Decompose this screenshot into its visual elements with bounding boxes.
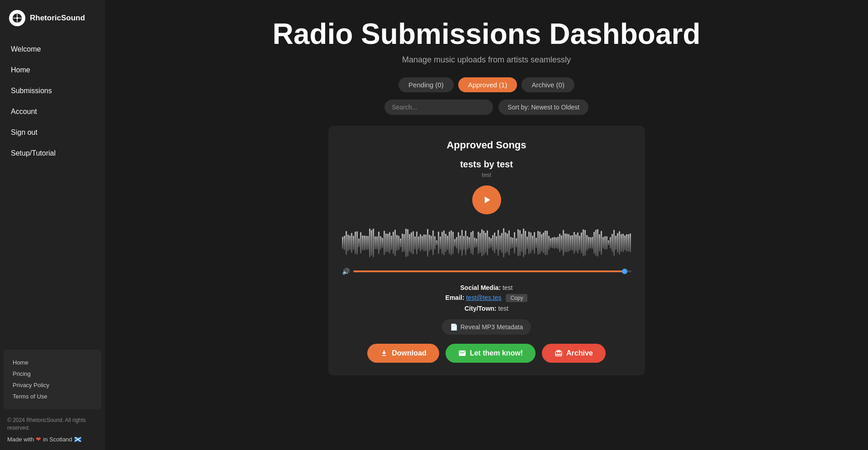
brand-icon — [9, 10, 25, 26]
svg-rect-58 — [438, 232, 439, 255]
sidebar-brand[interactable]: RhetoricSound — [0, 0, 105, 34]
heart-icon: ❤ — [36, 436, 41, 443]
svg-rect-21 — [371, 230, 372, 256]
svg-rect-78 — [474, 238, 475, 248]
svg-rect-94 — [503, 228, 504, 258]
bottom-link-terms[interactable]: Terms of Use — [11, 391, 94, 402]
svg-rect-6 — [344, 236, 345, 250]
reveal-metadata-button[interactable]: 📄 Reveal MP3 Metadata — [442, 319, 531, 335]
svg-rect-95 — [505, 232, 506, 254]
sidebar-item-account[interactable]: Account — [0, 101, 105, 122]
svg-rect-132 — [572, 235, 573, 251]
song-title: tests by test — [342, 159, 631, 170]
bottom-link-pricing[interactable]: Pricing — [11, 368, 94, 379]
svg-rect-154 — [612, 234, 613, 252]
page-title: Radio Submissions Dashboard — [273, 18, 701, 50]
sidebar-item-home[interactable]: Home — [0, 60, 105, 81]
svg-rect-30 — [387, 234, 389, 252]
svg-rect-97 — [508, 231, 510, 256]
svg-rect-45 — [414, 237, 416, 250]
progress-fill — [353, 270, 626, 272]
svg-rect-24 — [376, 237, 378, 250]
svg-rect-59 — [440, 237, 441, 249]
svg-rect-89 — [494, 233, 495, 254]
let-them-know-button[interactable]: Let them know! — [446, 344, 536, 363]
search-input[interactable] — [384, 99, 493, 115]
svg-rect-46 — [416, 232, 417, 254]
svg-rect-146 — [597, 229, 598, 257]
svg-rect-108 — [528, 232, 530, 254]
sidebar-item-setup[interactable]: Setup/Tutorial — [0, 143, 105, 164]
action-buttons: Download Let them know! Archive — [342, 344, 631, 363]
archive-icon — [555, 349, 563, 357]
svg-rect-66 — [452, 232, 454, 254]
svg-rect-156 — [615, 236, 617, 251]
copy-email-button[interactable]: Copy — [506, 294, 527, 302]
sort-button[interactable]: Sort by: Newest to Oldest — [498, 99, 588, 115]
svg-rect-36 — [398, 236, 399, 251]
tab-approved[interactable]: Approved (1) — [458, 77, 517, 92]
tab-archive[interactable]: Archive (0) — [522, 77, 574, 92]
svg-rect-34 — [394, 230, 396, 256]
archive-button[interactable]: Archive — [542, 344, 606, 363]
svg-rect-60 — [441, 232, 443, 254]
svg-rect-144 — [593, 232, 595, 254]
svg-rect-155 — [613, 230, 615, 256]
svg-rect-141 — [588, 237, 589, 249]
svg-rect-15 — [360, 232, 361, 254]
svg-rect-11 — [353, 236, 354, 250]
progress-bar[interactable] — [353, 270, 631, 272]
svg-rect-90 — [496, 237, 497, 250]
sidebar-bottom-links: Home Pricing Privacy Policy Terms of Use — [4, 350, 101, 409]
svg-rect-137 — [581, 233, 582, 253]
sidebar-footer: © 2024 RhetoricSound. All rights reserve… — [0, 417, 105, 450]
svg-rect-53 — [429, 235, 430, 251]
tabs-row: Pending (0) Approved (1) Archive (0) — [398, 77, 574, 92]
sidebar-item-welcome[interactable]: Welcome — [0, 39, 105, 60]
play-icon — [481, 194, 493, 206]
svg-rect-50 — [423, 235, 425, 252]
svg-rect-88 — [492, 235, 493, 251]
svg-rect-134 — [575, 235, 577, 251]
svg-rect-74 — [467, 237, 468, 250]
svg-rect-63 — [447, 236, 448, 251]
tab-pending[interactable]: Pending (0) — [398, 77, 454, 92]
download-button[interactable]: Download — [367, 344, 439, 363]
svg-rect-149 — [602, 237, 604, 249]
email-link[interactable]: test@tes.tes — [466, 294, 501, 301]
svg-rect-33 — [393, 232, 394, 254]
song-card: Approved Songs tests by test test — [328, 126, 645, 375]
sidebar-item-submissions[interactable]: Submissions — [0, 81, 105, 101]
scotland-flag: 🏴󠁧󠁢󠁳󠁣󠁴󠁿 — [74, 436, 81, 443]
brand-name: RhetoricSound — [30, 14, 85, 23]
play-button[interactable] — [472, 185, 501, 214]
svg-rect-29 — [385, 234, 387, 252]
svg-rect-39 — [403, 234, 405, 252]
svg-rect-31 — [389, 232, 390, 254]
bottom-link-home[interactable]: Home — [11, 357, 94, 368]
svg-rect-10 — [351, 233, 352, 253]
svg-rect-40 — [405, 229, 407, 257]
svg-rect-139 — [584, 230, 586, 256]
svg-rect-83 — [483, 231, 484, 255]
bottom-link-privacy[interactable]: Privacy Policy — [11, 379, 94, 391]
svg-rect-102 — [517, 229, 519, 256]
svg-rect-129 — [566, 234, 568, 252]
svg-rect-9 — [349, 236, 351, 250]
svg-rect-43 — [411, 232, 412, 253]
email-icon — [458, 349, 466, 357]
svg-rect-159 — [621, 234, 622, 251]
svg-rect-162 — [626, 234, 627, 252]
svg-rect-12 — [355, 232, 356, 255]
svg-rect-119 — [548, 236, 550, 250]
svg-rect-41 — [407, 229, 408, 256]
svg-rect-26 — [380, 237, 381, 250]
svg-rect-107 — [526, 237, 528, 250]
main-content: Radio Submissions Dashboard Manage music… — [105, 0, 868, 450]
svg-rect-55 — [432, 231, 434, 256]
svg-rect-164 — [630, 234, 631, 252]
sidebar-item-signout[interactable]: Sign out — [0, 122, 105, 143]
search-sort-row: Sort by: Newest to Oldest — [384, 99, 588, 115]
svg-rect-16 — [362, 236, 363, 250]
progress-dot — [622, 269, 627, 274]
